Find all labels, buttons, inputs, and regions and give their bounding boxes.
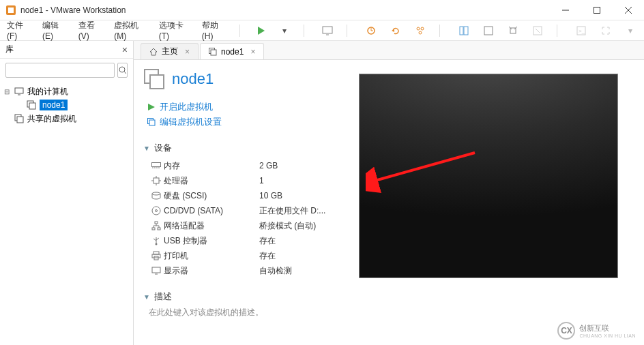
view-thumb-icon[interactable] — [456, 26, 470, 35]
library-sidebar: 库 × ⊟ 我的计算机 node1 共享的虚拟机 — [0, 41, 134, 345]
watermark-sub: CHUANG XIN HU LIAN — [579, 333, 636, 338]
svg-rect-31 — [29, 103, 35, 109]
search-button[interactable] — [117, 63, 128, 78]
svg-rect-41 — [152, 163, 161, 167]
snapshot-manage-icon[interactable] — [413, 26, 427, 35]
tree-item-node1[interactable]: node1 — [4, 98, 129, 112]
snapshot-take-icon[interactable] — [364, 26, 378, 35]
svg-rect-18 — [484, 27, 493, 35]
console-icon[interactable]: >_ — [574, 26, 588, 35]
svg-text:>_: >_ — [579, 28, 585, 34]
tree-label: 我的计算机 — [27, 86, 68, 97]
svg-point-26 — [119, 67, 125, 72]
screen-icon[interactable] — [321, 26, 334, 35]
watermark-logo: CX — [557, 322, 575, 340]
device-label: 打印机 — [164, 250, 259, 262]
device-value: 存在 — [259, 250, 276, 262]
tab-home[interactable]: 主页 × — [141, 43, 199, 59]
window-controls — [550, 0, 644, 20]
device-row-cpu[interactable]: 处理器 1 — [143, 173, 349, 188]
divider — [239, 25, 244, 37]
device-row-net[interactable]: 网络适配器 桥接模式 (自动) — [143, 218, 349, 233]
device-label: CD/DVD (SATA) — [164, 206, 259, 215]
link-label: 编辑虚拟机设置 — [160, 116, 222, 128]
tab-close-icon[interactable]: × — [250, 47, 255, 57]
power-on-link[interactable]: 开启此虚拟机 — [147, 100, 349, 115]
vm-icon — [209, 48, 217, 56]
menu-view[interactable]: 查看(V) — [78, 20, 104, 41]
view-single-icon[interactable] — [482, 26, 495, 35]
chevron-down-icon: ▼ — [143, 145, 150, 152]
description-placeholder[interactable]: 在此处键入对该虚拟机的描述。 — [143, 307, 349, 318]
svg-rect-40 — [149, 120, 155, 125]
svg-line-27 — [124, 72, 126, 74]
device-label: 处理器 — [164, 175, 259, 187]
expander-icon[interactable]: ⊟ — [4, 88, 11, 95]
view-fullscreen-icon[interactable] — [531, 26, 544, 35]
cpu-icon — [149, 176, 164, 185]
stretch-icon[interactable] — [599, 26, 613, 35]
device-label: 硬盘 (SCSI) — [164, 190, 259, 202]
tab-close-icon[interactable]: × — [185, 47, 190, 57]
tab-label: node1 — [221, 47, 244, 57]
device-row-disk[interactable]: 硬盘 (SCSI) 10 GB — [143, 188, 349, 203]
sidebar-close-button[interactable]: × — [122, 44, 128, 55]
menu-edit[interactable]: 编辑(E) — [42, 20, 68, 41]
device-value: 桥接模式 (自动) — [259, 220, 316, 232]
vm-large-icon — [143, 68, 165, 90]
library-search-input[interactable] — [5, 63, 115, 78]
svg-rect-65 — [153, 252, 159, 254]
tabbar: 主页 × node1 × — [134, 41, 644, 60]
divider — [439, 25, 444, 37]
play-icon — [147, 103, 156, 111]
device-value: 自动检测 — [259, 265, 292, 277]
chevron-down-icon: ▼ — [143, 293, 150, 301]
device-row-cd[interactable]: CD/DVD (SATA) 正在使用文件 D:... — [143, 203, 349, 218]
section-label: 设备 — [154, 142, 172, 154]
menu-tabs[interactable]: 选项卡(T) — [159, 20, 191, 41]
device-row-usb[interactable]: USB 控制器 存在 — [143, 233, 349, 248]
svg-point-13 — [417, 27, 420, 30]
device-value: 存在 — [259, 235, 276, 247]
power-dropdown-icon[interactable]: ▾ — [277, 26, 291, 35]
vm-preview-pane — [359, 60, 644, 345]
home-icon — [149, 48, 158, 56]
tree-item-shared[interactable]: 共享的虚拟机 — [4, 112, 129, 125]
description-section-header[interactable]: ▼ 描述 — [143, 290, 349, 303]
device-value: 正在使用文件 D:... — [259, 205, 325, 217]
svg-rect-28 — [15, 88, 23, 93]
disk-icon — [149, 192, 164, 200]
device-row-display[interactable]: 显示器 自动检测 — [143, 263, 349, 278]
section-label: 描述 — [154, 290, 172, 303]
devices-section-header[interactable]: ▼ 设备 — [143, 142, 349, 154]
vm-icon — [26, 100, 37, 110]
tab-node1[interactable]: node1 × — [200, 43, 264, 59]
shared-vm-icon — [14, 113, 25, 124]
edit-settings-link[interactable]: 编辑虚拟机设置 — [147, 115, 349, 130]
tree-item-my-computer[interactable]: ⊟ 我的计算机 — [4, 85, 129, 98]
menu-help[interactable]: 帮助(H) — [202, 20, 227, 41]
watermark-brand: 创新互联 — [579, 323, 636, 333]
view-unity-icon[interactable] — [506, 26, 520, 35]
menu-file[interactable]: 文件(F) — [7, 20, 31, 41]
watermark: CX 创新互联 CHUANG XIN HU LIAN — [557, 322, 636, 340]
stretch-dropdown-icon[interactable]: ▾ — [624, 26, 637, 35]
svg-marker-6 — [258, 27, 265, 35]
memory-icon — [149, 162, 164, 169]
device-value: 1 — [259, 176, 264, 185]
svg-rect-54 — [155, 222, 158, 224]
svg-marker-38 — [148, 104, 155, 110]
device-row-memory[interactable]: 内存 2 GB — [143, 158, 349, 173]
snapshot-revert-icon[interactable] — [389, 26, 402, 35]
vm-screen-preview[interactable] — [359, 74, 618, 278]
menu-vm[interactable]: 虚拟机(M) — [114, 20, 147, 41]
vm-details: node1 开启此虚拟机 编辑虚拟机设置 ▼ 设备 — [134, 60, 359, 345]
power-button[interactable] — [257, 26, 266, 35]
printer-icon — [149, 251, 164, 260]
close-button[interactable] — [613, 0, 644, 20]
window-title: node1 - VMware Workstation — [20, 5, 126, 15]
minimize-button[interactable] — [550, 0, 581, 20]
device-row-printer[interactable]: 打印机 存在 — [143, 248, 349, 263]
divider — [557, 25, 561, 37]
maximize-button[interactable] — [581, 0, 613, 20]
